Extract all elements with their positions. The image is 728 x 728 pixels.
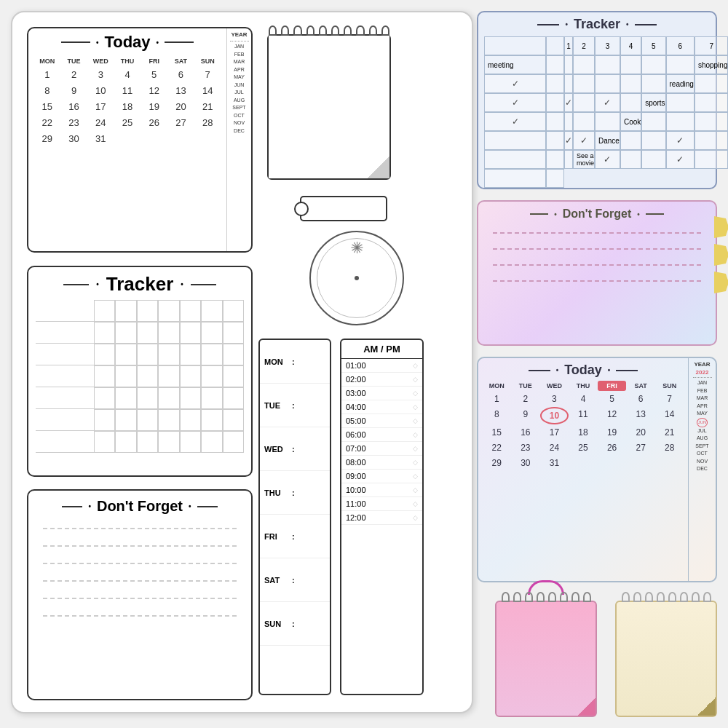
tr-check: ✓ — [573, 131, 595, 150]
cal-date: 22 — [34, 115, 60, 130]
ring — [281, 25, 289, 36]
tr2-date: 20 — [627, 425, 655, 440]
day-header-fri: FRI — [141, 56, 167, 66]
ampm-widget: AM / PM 01:00◇ 02:00◇ 03:00◇ 04:00◇ 05:0… — [340, 339, 424, 695]
tr-col-num: 6 — [666, 36, 695, 55]
ring — [319, 25, 327, 36]
np-pink-fold — [577, 697, 596, 716]
tr-row-sports: sports — [641, 93, 665, 112]
bullet-left: • — [96, 39, 99, 47]
ring — [680, 592, 688, 602]
tg-col — [201, 300, 222, 322]
notepad-paper — [269, 36, 389, 178]
tr-check — [620, 150, 641, 169]
cal-date: 21 — [194, 99, 221, 114]
tg-row — [36, 365, 94, 387]
tr2-date: 4 — [569, 392, 598, 406]
tr-check: ✓ — [484, 93, 546, 112]
dfr-tab — [714, 244, 728, 266]
cal-date: 13 — [168, 83, 194, 98]
df-line — [43, 580, 237, 582]
cal-date: 31 — [87, 131, 114, 146]
wp-friday: FRI : — [260, 515, 330, 558]
cal-date: 20 — [168, 99, 194, 114]
tr-check — [695, 74, 728, 93]
notepad-pink — [495, 601, 597, 717]
dfr-line — [493, 248, 701, 250]
wp-day-mon: MON — [264, 357, 290, 366]
ampm-title: AM / PM — [341, 340, 422, 359]
cal-date: 8 — [34, 83, 60, 98]
ring — [571, 592, 579, 602]
tr2-date: 19 — [598, 425, 626, 440]
ring — [668, 592, 676, 602]
tracker-right: • Tracker • 1 2 3 4 5 6 7 meeting shoppi… — [477, 11, 717, 189]
ring — [525, 592, 533, 602]
tr-check — [546, 150, 564, 169]
tr-check — [573, 74, 595, 93]
df-line — [43, 545, 237, 547]
cal-date: 14 — [194, 83, 221, 98]
tg-row — [36, 322, 94, 344]
tr-check — [484, 150, 546, 169]
tr2-day-tue: TUE — [512, 381, 540, 391]
month-mar: MAR — [234, 58, 245, 66]
tr2-date: 23 — [512, 440, 540, 455]
tr-check: ✓ — [564, 131, 573, 150]
tr-row-cook: Cook — [620, 112, 641, 131]
ampm-row: 01:00◇ — [341, 359, 422, 373]
month-oct: OCT — [234, 112, 245, 120]
cal-date: 19 — [141, 99, 167, 114]
tr-row-movie: See a movie — [573, 150, 595, 169]
cal-date: 28 — [194, 115, 221, 130]
cal-date: 24 — [87, 115, 114, 130]
tr2-date-circled: 10 — [540, 407, 569, 424]
tr-check — [546, 55, 564, 74]
tr2-date: 6 — [627, 392, 655, 406]
ring — [502, 592, 510, 602]
tr2-empty — [655, 456, 684, 470]
today-calendar: • Today • MON TUE WED THU FRI SAT SUN 1 … — [27, 27, 253, 253]
tr2-date: 7 — [655, 392, 684, 406]
ampm-row: 10:00◇ — [341, 483, 422, 497]
tr2-date: 30 — [512, 456, 540, 470]
tr-check — [695, 112, 728, 131]
tr2-date: 25 — [569, 440, 598, 455]
tr2-year-strip: YEAR 2022 JAN FEB MAR APR MAY JUN JUL AU… — [688, 358, 716, 581]
tr2-date: 27 — [627, 440, 655, 455]
tr-check — [620, 93, 641, 112]
today-title: • Today • — [28, 28, 226, 53]
tr-check — [641, 74, 665, 93]
tr-check — [484, 131, 546, 150]
ring — [269, 25, 277, 36]
tr2-date: 14 — [655, 407, 684, 424]
year-strip: YEAR JAN FEB MAR APR MAY JUN JUL AUG SEP… — [226, 28, 251, 251]
today-label: Today — [104, 33, 150, 52]
ring — [331, 25, 339, 36]
cal-date: 4 — [114, 67, 141, 82]
tr-check — [564, 74, 573, 93]
weekly-planner: MON : TUE : WED : THU : FRI : SAT : SUN … — [258, 339, 331, 695]
cal-date: 27 — [168, 115, 194, 130]
cal-date: 26 — [141, 115, 167, 130]
tr2-day-sat: SAT — [627, 381, 655, 391]
tr2-month-apr: APR — [697, 403, 707, 411]
ring — [293, 25, 301, 36]
cal-date: 16 — [61, 99, 87, 114]
tr2-month-aug: AUG — [697, 435, 708, 443]
tr-check: ✓ — [484, 112, 546, 131]
ring — [344, 25, 352, 36]
tr-check — [620, 131, 641, 150]
tracker-right-grid: 1 2 3 4 5 6 7 meeting shopping ✓ reading… — [478, 36, 716, 188]
ring — [703, 592, 711, 602]
tr2-empty — [627, 456, 655, 470]
tr2-month-oct: OCT — [697, 450, 708, 458]
tr-check — [620, 74, 641, 93]
month-jun: JUN — [234, 82, 245, 90]
cal-date: 12 — [141, 83, 167, 98]
tr-check — [641, 112, 665, 131]
ampm-row: 02:00◇ — [341, 373, 422, 387]
tr2-empty — [569, 456, 598, 470]
tr-row-meeting: meeting — [484, 55, 546, 74]
tr2-date: 22 — [483, 440, 511, 455]
